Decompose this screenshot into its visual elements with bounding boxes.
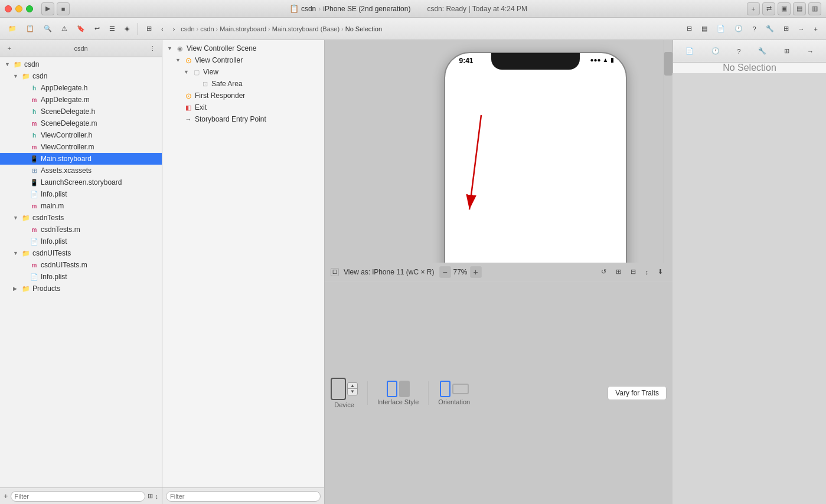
- storyboard-canvas[interactable]: 9:41 ●●● ▲ ▮: [325, 40, 672, 504]
- tree-item[interactable]: h ViewController.h: [0, 129, 162, 141]
- tree-item[interactable]: m ViewController.m: [0, 141, 162, 153]
- help-inspector[interactable]: ?: [749, 22, 759, 36]
- filter-options-button[interactable]: ⊞: [148, 492, 153, 500]
- zoom-in-button[interactable]: +: [470, 266, 482, 278]
- filter-input[interactable]: [11, 491, 145, 502]
- tree-item[interactable]: 📱 LaunchScreen.storyboard: [0, 176, 162, 188]
- sort-button[interactable]: ⋮: [146, 42, 158, 54]
- fit-height-button[interactable]: ↕: [642, 265, 652, 279]
- file-icon: m: [30, 225, 39, 234]
- file-label: AppDelegate.h: [41, 84, 87, 92]
- stepper-down[interactable]: ▼: [348, 389, 357, 395]
- tree-item[interactable]: ⊞ Assets.xcassets: [0, 165, 162, 176]
- file-label: csdnUITests: [32, 249, 71, 257]
- zoom-out-button[interactable]: −: [439, 266, 451, 278]
- breadcrumb-base[interactable]: Main.storyboard (Base): [272, 25, 339, 32]
- inspector-toggle[interactable]: ⊟: [683, 22, 696, 36]
- maximize-button[interactable]: [26, 5, 33, 12]
- view-toggle[interactable]: ▣: [778, 2, 791, 15]
- stop-button[interactable]: ■: [57, 2, 70, 15]
- size-tab[interactable]: ⊞: [781, 44, 793, 58]
- outline-item[interactable]: ⊙ View Controller: [162, 54, 324, 66]
- download-button[interactable]: ⬇: [654, 265, 667, 279]
- refresh-button[interactable]: ↺: [598, 265, 610, 279]
- add-tab-button[interactable]: +: [747, 2, 760, 15]
- outline-filter-input[interactable]: [166, 491, 321, 502]
- add-item-button[interactable]: +: [4, 42, 15, 54]
- tree-item[interactable]: 📱 Main.storyboard: [0, 153, 162, 165]
- tree-item[interactable]: 📁 csdnUITests: [0, 247, 162, 259]
- breadcrumb: csdn › csdn › Main.storyboard › Main.sto…: [181, 25, 382, 32]
- connections-tab[interactable]: →: [804, 44, 817, 58]
- find-button[interactable]: ↩: [91, 22, 103, 36]
- library-button[interactable]: +: [811, 22, 821, 36]
- orientation-selector[interactable]: Orientation: [438, 381, 470, 405]
- tree-item[interactable]: h SceneDelegate.h: [0, 106, 162, 117]
- tree-item[interactable]: m csdnTests.m: [0, 224, 162, 235]
- tree-item[interactable]: h AppDelegate.h: [0, 82, 162, 94]
- tree-item[interactable]: 📄 Info.plist: [0, 188, 162, 200]
- filter-button[interactable]: 🔍: [40, 22, 55, 36]
- outline-item[interactable]: ⊙ First Responder: [162, 90, 324, 102]
- tree-item[interactable]: m main.m: [0, 200, 162, 212]
- layout-toggle[interactable]: ▤: [698, 22, 711, 36]
- grid-view-button[interactable]: ⊞: [143, 22, 155, 36]
- swap-button[interactable]: ⇄: [762, 2, 775, 15]
- vertical-scrollbar[interactable]: [664, 40, 672, 263]
- device-icon-area: ▲ ▼: [331, 378, 358, 400]
- device-stepper[interactable]: ▲ ▼: [347, 382, 358, 395]
- layout-button[interactable]: ▥: [808, 2, 821, 15]
- bookmark-button[interactable]: 🔖: [73, 22, 89, 36]
- canvas-toggle[interactable]: ☐: [331, 268, 339, 276]
- quick-help-tab[interactable]: ?: [734, 44, 745, 58]
- navigator-toggle[interactable]: 📁: [5, 22, 20, 36]
- warning-button[interactable]: ⚠: [58, 22, 71, 36]
- tree-item[interactable]: 📁 Products: [0, 283, 162, 294]
- tree-item[interactable]: m csdnUITests.m: [0, 259, 162, 271]
- attributes-inspector[interactable]: 🔧: [762, 22, 778, 36]
- back-button[interactable]: ‹: [158, 22, 167, 36]
- outline-item[interactable]: ▢ View: [162, 66, 324, 78]
- outline-item[interactable]: ◉ View Controller Scene: [162, 42, 324, 54]
- device-selector[interactable]: ▲ ▼ Device: [331, 378, 358, 408]
- tree-item[interactable]: 📄 Info.plist: [0, 235, 162, 247]
- interface-style-selector[interactable]: Interface Style: [377, 381, 419, 405]
- tree-item[interactable]: 📄 Info.plist: [0, 271, 162, 283]
- connections-inspector[interactable]: →: [795, 22, 808, 36]
- tree-item[interactable]: 📁 csdn: [0, 58, 162, 70]
- size-inspector[interactable]: ⊞: [780, 22, 792, 36]
- tree-item[interactable]: 📁 csdnTests: [0, 212, 162, 224]
- forward-button[interactable]: ›: [169, 22, 179, 36]
- file-inspector[interactable]: 📄: [713, 22, 729, 36]
- outline-item[interactable]: ⊡ Safe Area: [162, 78, 324, 90]
- history-inspector[interactable]: 🕐: [731, 22, 746, 36]
- run-button[interactable]: ▶: [41, 2, 54, 15]
- right-inspector-toolbar: 📄 🕐 ? 🔧 ⊞ →: [672, 40, 826, 63]
- layout-button[interactable]: ⊞: [612, 265, 625, 279]
- fit-width-button[interactable]: ⊟: [627, 265, 639, 279]
- tree-item[interactable]: m SceneDelegate.m: [0, 117, 162, 129]
- canvas-checkbox[interactable]: ☐: [331, 268, 339, 276]
- breadcrumb-csdn2[interactable]: csdn: [200, 25, 214, 32]
- vary-traits-button[interactable]: Vary for Traits: [608, 386, 667, 400]
- tree-item[interactable]: m AppDelegate.m: [0, 94, 162, 106]
- split-button[interactable]: ▤: [793, 2, 806, 15]
- minimize-button[interactable]: [15, 5, 22, 12]
- file-inspector-tab[interactable]: 📄: [682, 44, 697, 58]
- scrollbar-thumb[interactable]: [664, 52, 672, 76]
- list-button[interactable]: ☰: [106, 22, 119, 36]
- history-tab[interactable]: 🕐: [708, 44, 723, 58]
- tree-item[interactable]: 📁 csdn: [0, 70, 162, 82]
- stepper-up[interactable]: ▲: [348, 383, 357, 389]
- outline-item[interactable]: ◧ Exit: [162, 102, 324, 113]
- close-button[interactable]: [5, 5, 12, 12]
- breadcrumb-mainstoryboard[interactable]: Main.storyboard: [220, 25, 266, 32]
- outline-item[interactable]: → Storyboard Entry Point: [162, 113, 324, 125]
- sort-filter-button[interactable]: ↕: [155, 493, 159, 500]
- attributes-tab[interactable]: 🔧: [755, 44, 770, 58]
- file-label: main.m: [41, 202, 64, 210]
- breakpoints-button[interactable]: ◈: [121, 22, 133, 36]
- add-filter-button[interactable]: +: [4, 492, 8, 500]
- breadcrumb-csdn1[interactable]: csdn: [181, 25, 194, 32]
- history-button[interactable]: 📋: [22, 22, 38, 36]
